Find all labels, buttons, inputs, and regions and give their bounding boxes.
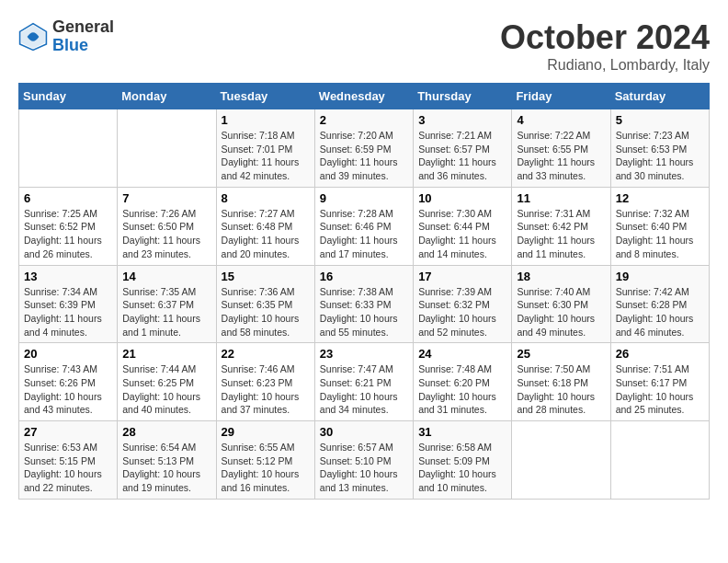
- day-detail: Sunrise: 6:54 AMSunset: 5:13 PMDaylight:…: [122, 441, 210, 495]
- day-number: 11: [517, 191, 605, 205]
- weekday-header: Sunday: [19, 84, 118, 109]
- logo-line2: Blue: [52, 37, 114, 55]
- logo-icon: [18, 22, 48, 52]
- calendar-cell: 21Sunrise: 7:44 AMSunset: 6:25 PMDayligh…: [118, 343, 216, 421]
- day-number: 10: [418, 191, 506, 205]
- calendar-cell: 1Sunrise: 7:18 AMSunset: 7:01 PMDaylight…: [216, 109, 314, 188]
- calendar-week-row: 20Sunrise: 7:43 AMSunset: 6:26 PMDayligh…: [19, 343, 710, 421]
- calendar-cell: 10Sunrise: 7:30 AMSunset: 6:44 PMDayligh…: [414, 187, 512, 265]
- title-area: October 2024 Rudiano, Lombardy, Italy: [500, 18, 710, 74]
- calendar-cell: 23Sunrise: 7:47 AMSunset: 6:21 PMDayligh…: [314, 343, 413, 421]
- weekday-header: Wednesday: [314, 84, 413, 109]
- day-number: 2: [320, 113, 408, 127]
- calendar-cell: 17Sunrise: 7:39 AMSunset: 6:32 PMDayligh…: [414, 265, 512, 343]
- day-number: 15: [222, 270, 310, 283]
- calendar-cell: [610, 421, 709, 500]
- weekday-header: Monday: [118, 84, 216, 109]
- logo-line1: General: [52, 18, 114, 37]
- day-detail: Sunrise: 6:58 AMSunset: 5:09 PMDaylight:…: [418, 441, 506, 495]
- day-number: 18: [517, 270, 605, 283]
- month-title: October 2024: [500, 18, 710, 57]
- day-detail: Sunrise: 7:21 AMSunset: 6:57 PMDaylight:…: [418, 129, 506, 183]
- day-number: 21: [122, 347, 210, 361]
- calendar-cell: 20Sunrise: 7:43 AMSunset: 6:26 PMDayligh…: [19, 343, 118, 421]
- calendar-cell: 25Sunrise: 7:50 AMSunset: 6:18 PMDayligh…: [512, 343, 610, 421]
- day-detail: Sunrise: 7:31 AMSunset: 6:42 PMDaylight:…: [517, 207, 605, 261]
- day-detail: Sunrise: 7:34 AMSunset: 6:39 PMDaylight:…: [24, 285, 112, 339]
- calendar-cell: [512, 421, 610, 500]
- day-detail: Sunrise: 7:22 AMSunset: 6:55 PMDaylight:…: [517, 129, 605, 183]
- day-detail: Sunrise: 7:43 AMSunset: 6:26 PMDaylight:…: [24, 362, 112, 417]
- day-number: 8: [222, 191, 310, 205]
- day-detail: Sunrise: 7:51 AMSunset: 6:17 PMDaylight:…: [616, 362, 704, 417]
- day-number: 4: [517, 113, 605, 127]
- calendar-cell: 6Sunrise: 7:25 AMSunset: 6:52 PMDaylight…: [19, 187, 118, 265]
- calendar-cell: 19Sunrise: 7:42 AMSunset: 6:28 PMDayligh…: [610, 265, 709, 343]
- calendar-cell: 16Sunrise: 7:38 AMSunset: 6:33 PMDayligh…: [314, 265, 413, 343]
- day-number: 5: [616, 113, 704, 127]
- day-detail: Sunrise: 7:50 AMSunset: 6:18 PMDaylight:…: [517, 362, 605, 417]
- calendar-cell: 9Sunrise: 7:28 AMSunset: 6:46 PMDaylight…: [314, 187, 413, 265]
- calendar-cell: 24Sunrise: 7:48 AMSunset: 6:20 PMDayligh…: [414, 343, 512, 421]
- day-number: 29: [222, 425, 310, 439]
- location-subtitle: Rudiano, Lombardy, Italy: [500, 57, 710, 74]
- calendar-cell: 29Sunrise: 6:55 AMSunset: 5:12 PMDayligh…: [216, 421, 314, 500]
- day-number: 31: [418, 425, 506, 439]
- day-detail: Sunrise: 7:18 AMSunset: 7:01 PMDaylight:…: [222, 129, 310, 183]
- logo-text: General Blue: [52, 18, 114, 55]
- calendar-cell: 15Sunrise: 7:36 AMSunset: 6:35 PMDayligh…: [216, 265, 314, 343]
- day-detail: Sunrise: 7:27 AMSunset: 6:48 PMDaylight:…: [222, 207, 310, 261]
- day-detail: Sunrise: 7:35 AMSunset: 6:37 PMDaylight:…: [122, 285, 210, 339]
- day-detail: Sunrise: 7:25 AMSunset: 6:52 PMDaylight:…: [24, 207, 112, 261]
- calendar-table: SundayMondayTuesdayWednesdayThursdayFrid…: [18, 83, 710, 500]
- day-number: 27: [24, 425, 112, 439]
- weekday-header: Tuesday: [216, 84, 314, 109]
- day-number: 14: [122, 270, 210, 283]
- calendar-cell: 8Sunrise: 7:27 AMSunset: 6:48 PMDaylight…: [216, 187, 314, 265]
- calendar-cell: 4Sunrise: 7:22 AMSunset: 6:55 PMDaylight…: [512, 109, 610, 188]
- weekday-header: Friday: [512, 84, 610, 109]
- day-detail: Sunrise: 7:42 AMSunset: 6:28 PMDaylight:…: [616, 285, 704, 339]
- day-detail: Sunrise: 7:32 AMSunset: 6:40 PMDaylight:…: [616, 207, 704, 261]
- weekday-header-row: SundayMondayTuesdayWednesdayThursdayFrid…: [19, 84, 710, 109]
- day-number: 25: [517, 347, 605, 361]
- calendar-cell: 28Sunrise: 6:54 AMSunset: 5:13 PMDayligh…: [118, 421, 216, 500]
- calendar-cell: 18Sunrise: 7:40 AMSunset: 6:30 PMDayligh…: [512, 265, 610, 343]
- day-detail: Sunrise: 7:28 AMSunset: 6:46 PMDaylight:…: [320, 207, 408, 261]
- calendar-cell: 13Sunrise: 7:34 AMSunset: 6:39 PMDayligh…: [19, 265, 118, 343]
- calendar-cell: 14Sunrise: 7:35 AMSunset: 6:37 PMDayligh…: [118, 265, 216, 343]
- calendar-week-row: 6Sunrise: 7:25 AMSunset: 6:52 PMDaylight…: [19, 187, 710, 265]
- day-number: 20: [24, 347, 112, 361]
- day-detail: Sunrise: 7:26 AMSunset: 6:50 PMDaylight:…: [122, 207, 210, 261]
- day-detail: Sunrise: 7:30 AMSunset: 6:44 PMDaylight:…: [418, 207, 506, 261]
- calendar-cell: 5Sunrise: 7:23 AMSunset: 6:53 PMDaylight…: [610, 109, 709, 188]
- calendar-week-row: 1Sunrise: 7:18 AMSunset: 7:01 PMDaylight…: [19, 109, 710, 188]
- day-detail: Sunrise: 7:44 AMSunset: 6:25 PMDaylight:…: [122, 362, 210, 417]
- day-number: 3: [418, 113, 506, 127]
- calendar-cell: 22Sunrise: 7:46 AMSunset: 6:23 PMDayligh…: [216, 343, 314, 421]
- day-detail: Sunrise: 7:39 AMSunset: 6:32 PMDaylight:…: [418, 285, 506, 339]
- calendar-week-row: 27Sunrise: 6:53 AMSunset: 5:15 PMDayligh…: [19, 421, 710, 500]
- calendar-cell: 12Sunrise: 7:32 AMSunset: 6:40 PMDayligh…: [610, 187, 709, 265]
- day-detail: Sunrise: 7:38 AMSunset: 6:33 PMDaylight:…: [320, 285, 408, 339]
- day-number: 6: [24, 191, 112, 205]
- weekday-header: Thursday: [414, 84, 512, 109]
- weekday-header: Saturday: [610, 84, 709, 109]
- day-detail: Sunrise: 7:46 AMSunset: 6:23 PMDaylight:…: [222, 362, 310, 417]
- calendar-cell: 26Sunrise: 7:51 AMSunset: 6:17 PMDayligh…: [610, 343, 709, 421]
- day-number: 28: [122, 425, 210, 439]
- day-number: 19: [616, 270, 704, 283]
- day-number: 22: [222, 347, 310, 361]
- calendar-cell: 2Sunrise: 7:20 AMSunset: 6:59 PMDaylight…: [314, 109, 413, 188]
- day-number: 17: [418, 270, 506, 283]
- day-detail: Sunrise: 7:40 AMSunset: 6:30 PMDaylight:…: [517, 285, 605, 339]
- calendar-cell: [118, 109, 216, 188]
- calendar-cell: 3Sunrise: 7:21 AMSunset: 6:57 PMDaylight…: [414, 109, 512, 188]
- calendar-cell: 7Sunrise: 7:26 AMSunset: 6:50 PMDaylight…: [118, 187, 216, 265]
- day-number: 13: [24, 270, 112, 283]
- day-detail: Sunrise: 7:36 AMSunset: 6:35 PMDaylight:…: [222, 285, 310, 339]
- day-number: 12: [616, 191, 704, 205]
- day-number: 24: [418, 347, 506, 361]
- day-number: 1: [222, 113, 310, 127]
- logo: General Blue: [18, 18, 114, 55]
